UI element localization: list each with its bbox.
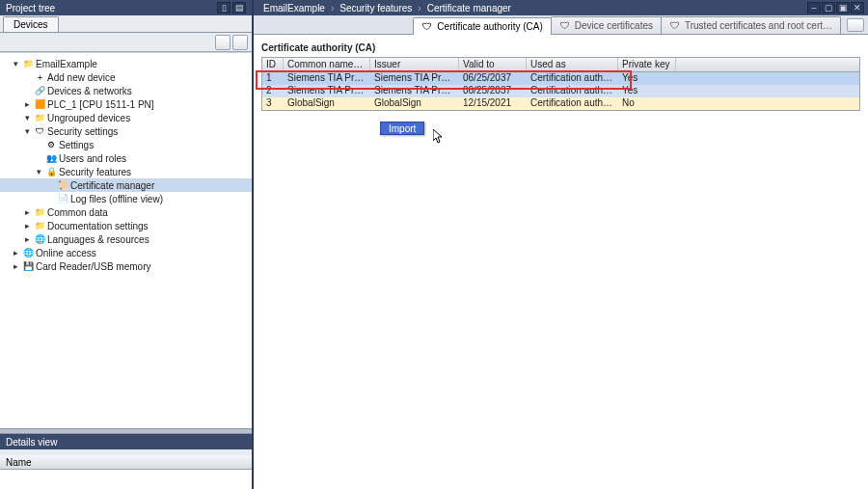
tree-twisty-icon[interactable]: ▸ <box>12 249 20 258</box>
tree-node[interactable]: ▸🟧PLC_1 [CPU 1511-1 PN] <box>0 97 252 111</box>
tree-node[interactable]: ▸🌐Languages & resources <box>0 232 252 246</box>
tree-node-label: Devices & networks <box>47 86 132 96</box>
tree-node-label: Security features <box>59 167 131 177</box>
tree-twisty-icon <box>35 141 43 149</box>
tree-node[interactable]: ▸📁Common data <box>0 205 252 219</box>
tab-devices[interactable]: Devices <box>3 16 59 32</box>
tab-label: Trusted certificates and root cert… <box>685 20 832 31</box>
tree-node[interactable]: 📄Log files (offline view) <box>0 192 252 205</box>
crumb-2[interactable]: Certificate manager <box>427 3 511 14</box>
view-options-button[interactable] <box>847 18 864 32</box>
tree-node[interactable]: 📜Certificate manager <box>0 178 252 192</box>
online-icon: 🌐 <box>22 247 34 258</box>
column-header[interactable]: Common name of su… <box>284 58 370 71</box>
panel-collapse-button[interactable]: ▯ <box>217 2 231 14</box>
tree-twisty-icon[interactable]: ▸ <box>23 208 32 217</box>
panel-titlebar: Project tree ▯ ▤ <box>0 0 252 15</box>
details-titlebar: Details view <box>0 434 252 449</box>
context-menu-import[interactable]: Import <box>389 123 416 134</box>
tree-node[interactable]: ＋Add new device <box>0 70 252 84</box>
column-header[interactable]: Used as <box>527 58 618 71</box>
window-max-button[interactable]: ▣ <box>836 2 850 14</box>
editor-content: Certificate authority (CA) IDCommon name… <box>254 35 868 489</box>
tree-twisty-icon[interactable]: ▾ <box>35 168 43 177</box>
tree-node[interactable]: ▸💾Card Reader/USB memory <box>0 259 252 273</box>
cell: 1 <box>262 72 284 85</box>
panel-title-text: Project tree <box>6 3 55 14</box>
tree-node-label: Certificate manager <box>70 180 154 191</box>
folder-icon: 📁 <box>34 220 45 231</box>
cell: Certification authorit… <box>527 85 618 97</box>
tab-label: Device certificates <box>575 20 653 31</box>
context-menu[interactable]: Import <box>380 122 424 135</box>
tab-certificate-authority-ca[interactable]: 🛡Certificate authority (CA) <box>413 17 551 35</box>
window-min-button[interactable]: – <box>807 2 821 14</box>
editor-panel: EmailExample Security features Certifica… <box>254 0 868 489</box>
project-tree[interactable]: ▾📁EmailExample＋Add new device🔗Devices & … <box>0 52 252 428</box>
tree-twisty-icon[interactable]: ▾ <box>23 127 32 136</box>
tree-twisty-icon[interactable]: ▾ <box>23 114 32 122</box>
window-close-button[interactable]: ✕ <box>851 2 864 14</box>
cert-icon: 📜 <box>57 179 68 191</box>
cell: GlobalSign <box>284 97 370 110</box>
add-icon: ＋ <box>34 71 45 83</box>
cell: 06/25/2037 <box>459 85 527 97</box>
tree-node[interactable]: ⚙Settings <box>0 138 252 151</box>
tree-twisty-icon <box>46 195 55 204</box>
tab-devices-label: Devices <box>14 19 48 30</box>
tree-node-label: Online access <box>36 248 96 258</box>
tree-twisty-icon[interactable]: ▾ <box>12 60 20 68</box>
tree-node-label: Add new device <box>47 72 116 83</box>
tree-tool-2[interactable] <box>232 35 248 50</box>
lang-icon: 🌐 <box>34 233 45 245</box>
project-icon: 📁 <box>22 58 34 69</box>
lock-icon: 🔒 <box>45 166 57 177</box>
tab-trusted-certificates-and-root-cert[interactable]: 🛡Trusted certificates and root cert… <box>661 16 841 34</box>
details-column-header[interactable]: Name <box>0 455 252 470</box>
breadcrumb: EmailExample Security features Certifica… <box>258 3 511 14</box>
cell: Siemens TIA Project(… <box>370 85 459 97</box>
crumb-1[interactable]: Security features <box>339 3 412 14</box>
certificate-grid[interactable]: IDCommon name of su…IssuerValid toUsed a… <box>261 57 860 111</box>
tree-node[interactable]: ▾🛡Security settings <box>0 124 252 138</box>
log-icon: 📄 <box>57 193 68 204</box>
tree-twisty-icon[interactable]: ▸ <box>23 222 32 231</box>
column-header[interactable]: ID <box>262 58 284 71</box>
tree-tool-1[interactable] <box>215 35 231 50</box>
tree-node-label: EmailExample <box>36 59 97 69</box>
editor-tab-bar: 🛡Certificate authority (CA)🛡Device certi… <box>254 15 868 35</box>
gear-icon: ⚙ <box>45 139 57 150</box>
shield-icon: 🛡 <box>34 125 45 137</box>
tree-node[interactable]: 👥Users and roles <box>0 151 252 165</box>
details-view-panel: Details view Name <box>0 434 252 489</box>
cell: 2 <box>262 85 284 97</box>
tree-node[interactable]: 🔗Devices & networks <box>0 84 252 97</box>
tree-node-label: Settings <box>59 140 94 150</box>
tree-twisty-icon <box>23 73 32 82</box>
editor-titlebar: EmailExample Security features Certifica… <box>254 0 868 15</box>
tree-node[interactable]: ▾🔒Security features <box>0 165 252 178</box>
column-header[interactable]: Valid to <box>459 58 527 71</box>
tree-node-label: Ungrouped devices <box>47 113 130 123</box>
panel-pin-button[interactable]: ▤ <box>232 2 246 14</box>
project-tree-panel: Project tree ▯ ▤ Devices ▾📁EmailExample＋… <box>0 0 254 489</box>
tree-twisty-icon[interactable]: ▸ <box>23 235 32 244</box>
tree-node[interactable]: ▸🌐Online access <box>0 246 252 259</box>
tree-node-label: Documentation settings <box>47 221 149 231</box>
window-restore-button[interactable]: ▢ <box>822 2 835 14</box>
left-tab-strip: Devices <box>0 15 252 33</box>
column-header[interactable]: Issuer <box>370 58 459 71</box>
table-row[interactable]: 2Siemens TIA Project(…Siemens TIA Projec… <box>262 85 859 97</box>
tree-node[interactable]: ▸📁Documentation settings <box>0 219 252 232</box>
tab-device-certificates[interactable]: 🛡Device certificates <box>551 16 662 34</box>
tab-icon: 🛡 <box>421 21 433 33</box>
tree-twisty-icon[interactable]: ▸ <box>12 262 20 271</box>
table-row[interactable]: 3GlobalSignGlobalSign12/15/2021Certifica… <box>262 97 859 110</box>
cell: Siemens TIA Project(… <box>370 72 459 85</box>
crumb-0[interactable]: EmailExample <box>263 3 325 14</box>
table-row[interactable]: 1Siemens TIA Project(…Siemens TIA Projec… <box>262 72 859 85</box>
tree-node[interactable]: ▾📁EmailExample <box>0 57 252 70</box>
tree-node[interactable]: ▾📁Ungrouped devices <box>0 111 252 124</box>
column-header[interactable]: Private key <box>618 58 676 71</box>
tree-twisty-icon[interactable]: ▸ <box>23 100 32 109</box>
